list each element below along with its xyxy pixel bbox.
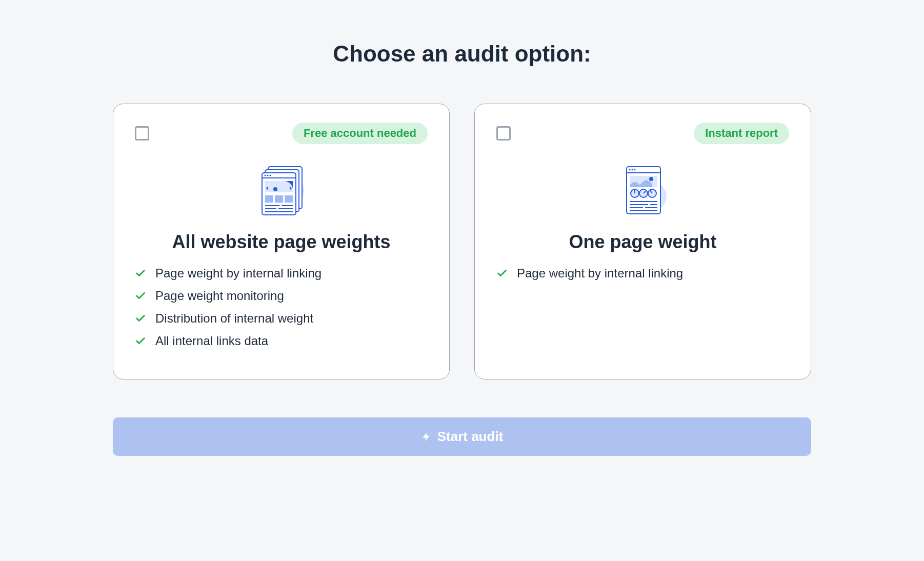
card-header: Free account needed — [135, 123, 428, 144]
feature-list: Page weight by internal linking Page wei… — [135, 266, 428, 348]
checkbox-all-pages[interactable] — [135, 126, 149, 141]
option-card-all-pages[interactable]: Free account needed — [113, 104, 450, 379]
feature-item: Distribution of internal weight — [135, 311, 428, 326]
options-row: Free account needed — [113, 104, 811, 379]
feature-item: All internal links data — [135, 334, 428, 348]
check-icon — [496, 268, 508, 279]
svg-point-23 — [629, 169, 630, 171]
checkbox-one-page[interactable] — [496, 126, 511, 141]
feature-item: Page weight by internal linking — [135, 266, 428, 280]
check-icon — [135, 268, 146, 279]
illustration-multiple-pages-icon — [135, 159, 428, 221]
svg-point-25 — [634, 169, 635, 171]
check-icon — [135, 290, 146, 302]
badge-free-account: Free account needed — [292, 123, 428, 144]
feature-text: All internal links data — [155, 334, 268, 348]
card-header: Instant report — [496, 123, 789, 144]
card-title-one-page: One page weight — [496, 231, 789, 253]
check-icon — [135, 335, 146, 347]
lightning-icon — [421, 431, 431, 443]
svg-point-9 — [273, 187, 277, 191]
feature-item: Page weight monitoring — [135, 289, 428, 303]
start-audit-button[interactable]: Start audit — [113, 417, 811, 456]
feature-text: Page weight monitoring — [155, 289, 284, 303]
badge-instant-report: Instant report — [694, 123, 789, 144]
svg-rect-14 — [285, 195, 293, 203]
svg-point-27 — [649, 177, 653, 181]
svg-point-24 — [631, 169, 633, 171]
svg-point-6 — [267, 175, 268, 176]
svg-rect-8 — [265, 181, 293, 192]
svg-point-7 — [269, 175, 271, 176]
check-icon — [135, 313, 146, 324]
feature-list: Page weight by internal linking — [496, 266, 789, 280]
card-title-all-pages: All website page weights — [135, 231, 428, 253]
feature-item: Page weight by internal linking — [496, 266, 789, 280]
svg-rect-12 — [265, 195, 273, 203]
feature-text: Page weight by internal linking — [517, 266, 683, 280]
page-title: Choose an audit option: — [113, 41, 811, 67]
illustration-single-page-icon — [496, 159, 789, 221]
feature-text: Page weight by internal linking — [155, 266, 322, 280]
cta-label: Start audit — [437, 429, 504, 445]
svg-rect-13 — [275, 195, 283, 203]
feature-text: Distribution of internal weight — [155, 311, 313, 326]
option-card-one-page[interactable]: Instant report — [474, 104, 811, 379]
svg-point-5 — [264, 175, 266, 176]
